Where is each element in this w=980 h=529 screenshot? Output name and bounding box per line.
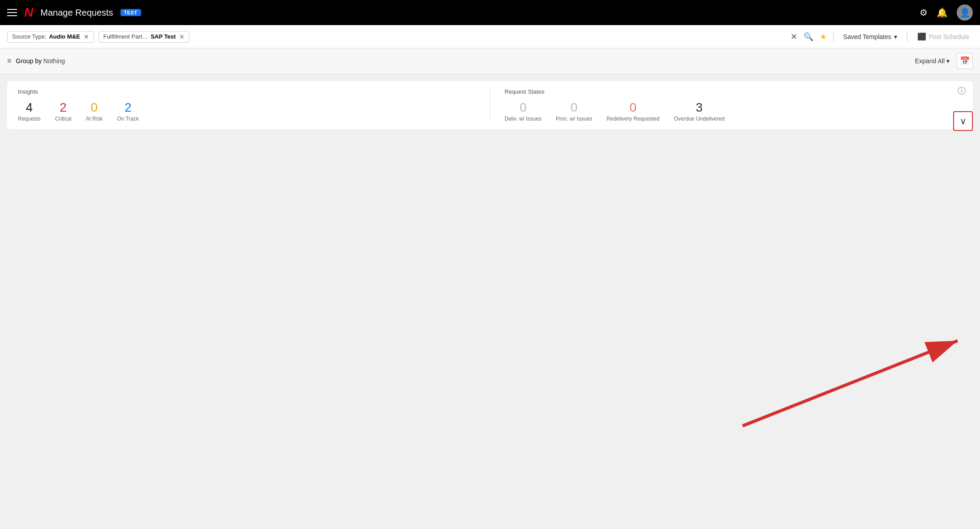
metric-proc-issues-label: Proc. w/ Issues xyxy=(556,116,592,122)
filter-bar-actions: ✕ 🔍 ★ Saved Templates ▾ ⬛ Post Schedule xyxy=(791,30,973,43)
netflix-logo: N xyxy=(24,6,33,19)
metric-deliv-issues-label: Deliv. w/ Issues xyxy=(505,116,542,122)
help-icon[interactable]: ⓘ xyxy=(958,86,966,96)
metric-at-risk: 0 At Risk xyxy=(86,101,103,122)
divider xyxy=(833,32,834,42)
metric-on-track: 2 On Track xyxy=(117,101,139,122)
metric-on-track-value: 2 xyxy=(125,101,132,114)
hamburger-menu[interactable] xyxy=(7,9,17,16)
metric-requests-value: 4 xyxy=(26,101,33,114)
metric-proc-issues-value: 0 xyxy=(571,101,578,114)
metric-deliv-issues-value: 0 xyxy=(520,101,527,114)
metric-overdue-value: 3 xyxy=(696,101,703,114)
calendar-button[interactable]: 📅 xyxy=(957,53,973,69)
post-schedule-label: Post Schedule xyxy=(929,33,969,40)
groupby-label: Group by Nothing xyxy=(16,57,65,65)
metric-on-track-label: On Track xyxy=(117,116,139,122)
chip2-close-icon[interactable]: ✕ xyxy=(179,33,185,40)
expand-all-chevron: ▾ xyxy=(946,57,950,65)
filter-list-icon[interactable]: ≡ xyxy=(7,57,11,65)
metric-redelivery: 0 Redelivery Requested xyxy=(606,101,659,122)
groupby-value: Nothing xyxy=(43,57,65,65)
expand-all-button[interactable]: Expand All ▾ xyxy=(911,56,953,66)
groupby-bar: ≡ Group by Nothing Expand All ▾ 📅 xyxy=(0,48,980,74)
app-title: Manage Requests xyxy=(40,8,113,18)
chip2-label: Fulfillment Part… xyxy=(103,33,148,40)
filter-bar: Source Type: Audio M&E ✕ Fulfillment Par… xyxy=(0,25,980,48)
chip1-close-icon[interactable]: ✕ xyxy=(84,33,89,40)
chevron-down-icon: ∨ xyxy=(960,116,967,126)
metric-at-risk-label: At Risk xyxy=(86,116,103,122)
metric-critical: 2 Critical xyxy=(55,101,72,122)
navbar-icons: ⚙ 🔔 👤 xyxy=(920,4,973,21)
saved-templates-chevron: ▾ xyxy=(894,33,897,40)
metric-overdue-label: Overdue Undelivered xyxy=(674,116,724,122)
navbar: N Manage Requests TEST ⚙ 🔔 👤 xyxy=(0,0,980,25)
saved-templates-label: Saved Templates xyxy=(843,33,891,40)
chip1-value: Audio M&E xyxy=(49,33,80,40)
search-icon[interactable]: 🔍 xyxy=(804,32,813,42)
insights-metrics-row: 4 Requests 2 Critical 0 At Risk 2 On Tra… xyxy=(18,101,476,122)
favorites-icon[interactable]: ★ xyxy=(820,32,827,42)
request-states-metrics-row: 0 Deliv. w/ Issues 0 Proc. w/ Issues 0 R… xyxy=(505,101,963,122)
insights-card: ⓘ Insights 4 Requests 2 Critical 0 At xyxy=(7,81,973,129)
metric-requests: 4 Requests xyxy=(18,101,41,122)
metric-overdue: 3 Overdue Undelivered xyxy=(674,101,724,122)
source-type-filter-chip[interactable]: Source Type: Audio M&E ✕ xyxy=(7,31,94,43)
insights-section: Insights 4 Requests 2 Critical 0 At Risk xyxy=(18,88,476,122)
metric-requests-label: Requests xyxy=(18,116,41,122)
expand-all-label: Expand All xyxy=(915,57,945,65)
fulfillment-filter-chip[interactable]: Fulfillment Part… SAP Test ✕ xyxy=(99,31,190,43)
insights-sections: Insights 4 Requests 2 Critical 0 At Risk xyxy=(18,88,962,122)
notifications-icon[interactable]: 🔔 xyxy=(937,7,948,18)
insights-expand-button[interactable]: ∨ xyxy=(953,111,973,131)
clear-all-icon[interactable]: ✕ xyxy=(791,32,797,42)
post-schedule-button[interactable]: ⬛ Post Schedule xyxy=(914,30,973,43)
request-states-section: Request States 0 Deliv. w/ Issues 0 Proc… xyxy=(490,88,963,122)
metric-at-risk-value: 0 xyxy=(91,101,98,114)
request-states-title: Request States xyxy=(505,88,963,95)
environment-badge: TEST xyxy=(120,9,141,16)
settings-icon[interactable]: ⚙ xyxy=(920,7,928,18)
metric-deliv-issues: 0 Deliv. w/ Issues xyxy=(505,101,542,122)
metric-redelivery-label: Redelivery Requested xyxy=(606,116,659,122)
insights-title: Insights xyxy=(18,88,476,95)
user-avatar[interactable]: 👤 xyxy=(957,4,973,21)
metric-critical-value: 2 xyxy=(60,101,67,114)
chip1-label: Source Type: xyxy=(12,33,46,40)
metric-redelivery-value: 0 xyxy=(630,101,637,114)
main-content: ⓘ Insights 4 Requests 2 Critical 0 At xyxy=(0,74,980,529)
metric-proc-issues: 0 Proc. w/ Issues xyxy=(556,101,592,122)
chip2-value: SAP Test xyxy=(150,33,176,40)
divider2 xyxy=(907,32,907,42)
saved-templates-button[interactable]: Saved Templates ▾ xyxy=(840,31,901,42)
metric-critical-label: Critical xyxy=(55,116,72,122)
